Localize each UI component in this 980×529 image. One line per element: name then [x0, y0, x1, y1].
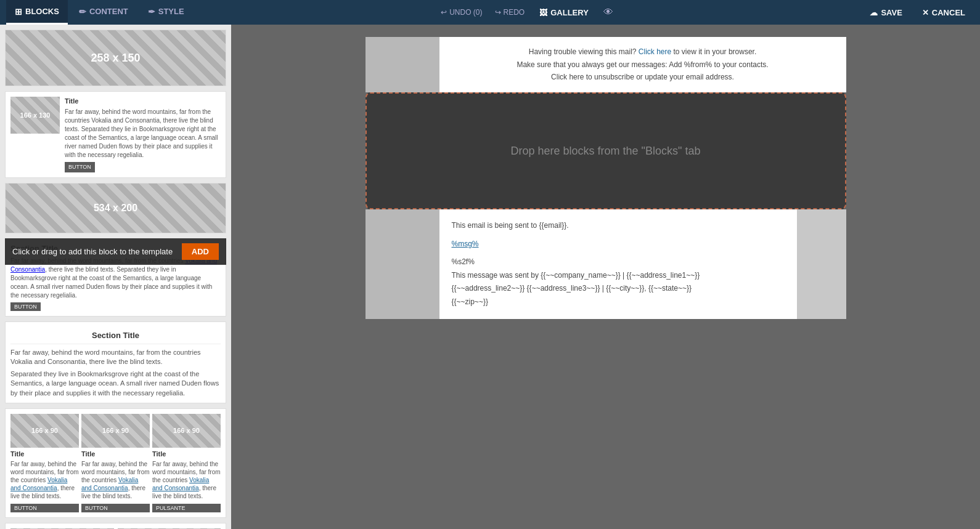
- gallery-button[interactable]: 🖼 GALLERY: [532, 8, 596, 17]
- email-template: Having trouble viewing this mail? Click …: [365, 37, 846, 319]
- section-button-label: BUTTON: [10, 302, 41, 311]
- section-title-block-2[interactable]: Section Title Far far away, behind the w…: [5, 321, 226, 403]
- blocks-icon: ⊞: [15, 7, 22, 17]
- canvas-area: Having trouble viewing this mail? Click …: [231, 25, 980, 529]
- block-tooltip: Click or drag to add this block to the t…: [5, 238, 226, 265]
- email-footer-content: This email is being sent to {{email}}. %…: [439, 209, 797, 319]
- add-block-button[interactable]: ADD: [182, 243, 219, 260]
- block-wide-image[interactable]: 534 x 200: [5, 183, 226, 233]
- save-icon: ☁: [870, 8, 878, 17]
- undo-arrow-icon: ↩: [441, 8, 447, 17]
- eye-icon: 👁: [603, 7, 613, 17]
- col-img-2: 166 x 90: [81, 414, 150, 448]
- topbar: ⊞ BLOCKS ✏ CONTENT ✒ STYLE ↩ UNDO (0) ↪ …: [0, 0, 980, 25]
- col-img-3: 166 x 90: [152, 414, 221, 448]
- email-header-text: Having trouble viewing this mail? Click …: [439, 37, 846, 92]
- wide-image-placeholder: 534 x 200: [6, 184, 226, 233]
- tab-content[interactable]: ✏ CONTENT: [70, 0, 137, 25]
- view-in-browser-link[interactable]: Click here: [639, 47, 671, 56]
- email-header-logo: [365, 37, 439, 92]
- col-item-1: 166 x 90 Title Far far away, behind the …: [10, 414, 79, 512]
- undo-button[interactable]: ↩ UNDO (0): [436, 6, 487, 19]
- block-image-text[interactable]: 166 x 130 Title Far far away, behind the…: [5, 91, 226, 178]
- redo-button[interactable]: ↪ REDO: [490, 6, 530, 19]
- block-single-image[interactable]: 258 x 150: [5, 30, 226, 86]
- cancel-button[interactable]: ✕ CANCEL: [913, 8, 974, 17]
- main-layout: 258 x 150 166 x 130 Title Far far away, …: [0, 25, 980, 529]
- save-button[interactable]: ☁ SAVE: [861, 8, 910, 17]
- three-col-grid: 166 x 90 Title Far far away, behind the …: [10, 414, 221, 512]
- block-img-thumb: 166 x 130: [10, 97, 60, 134]
- three-col-block[interactable]: 166 x 90 Title Far far away, behind the …: [5, 408, 226, 518]
- tab-blocks[interactable]: ⊞ BLOCKS: [6, 0, 68, 25]
- col-item-2: 166 x 90 Title Far far away, behind the …: [81, 414, 150, 512]
- block-image-placeholder: 258 x 150: [6, 30, 226, 86]
- drop-zone[interactable]: Drop here blocks from the "Blocks" tab: [365, 92, 846, 209]
- msg-link[interactable]: %msg%: [452, 240, 479, 248]
- col-img-1: 166 x 90: [10, 414, 79, 448]
- blocks-panel: 258 x 150 166 x 130 Title Far far away, …: [0, 25, 231, 529]
- gallery-icon: 🖼: [539, 8, 547, 17]
- block-text-content: Title Far far away, behind the word moun…: [65, 97, 221, 172]
- style-icon: ✒: [148, 7, 155, 17]
- email-footer-right: [797, 209, 846, 319]
- redo-arrow-icon: ↪: [495, 8, 501, 17]
- undo-redo-group: ↩ UNDO (0) ↪ REDO: [436, 6, 529, 19]
- cancel-icon: ✕: [922, 8, 929, 17]
- email-footer: This email is being sent to {{email}}. %…: [365, 209, 846, 319]
- email-header: Having trouble viewing this mail? Click …: [365, 37, 846, 92]
- col-item-3: 166 x 90 Title Far far away, behind the …: [152, 414, 221, 512]
- email-footer-sidebar: [365, 209, 439, 319]
- preview-button[interactable]: 👁: [598, 7, 618, 18]
- pencil-icon: ✏: [79, 7, 86, 17]
- tab-style[interactable]: ✒ STYLE: [139, 0, 193, 25]
- section-title-block-wrapper: Section Title Far far away, behind the w…: [5, 238, 226, 317]
- two-col-img-block[interactable]: 258 x 100 Title Far far away, behind the…: [5, 523, 226, 529]
